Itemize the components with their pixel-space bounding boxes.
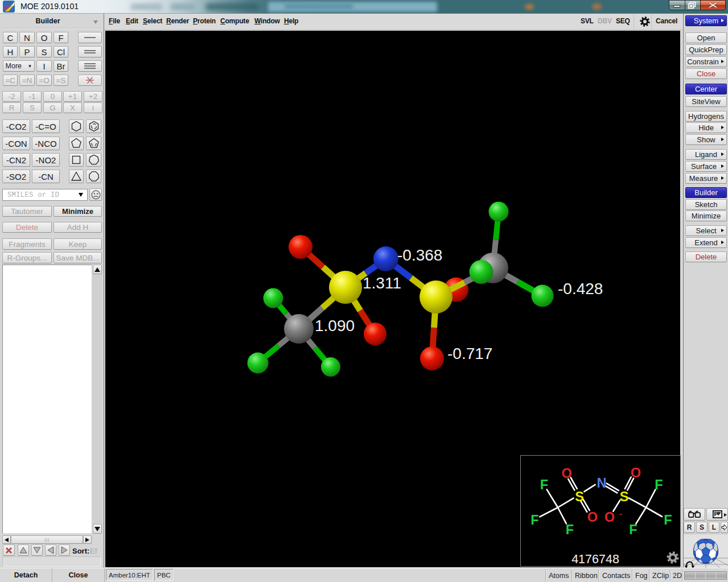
svg-text:F: F <box>664 513 672 527</box>
svg-text:O: O <box>631 465 641 480</box>
svg-text:O: O <box>562 466 572 481</box>
svg-text:S: S <box>620 489 629 504</box>
svg-text:-0.717: -0.717 <box>447 345 492 362</box>
svg-text:F: F <box>530 513 538 527</box>
svg-text:S: S <box>575 489 584 504</box>
svg-text:N: N <box>597 476 607 490</box>
svg-text:F: F <box>566 522 574 537</box>
svg-text:F: F <box>629 522 637 537</box>
svg-text:1.090: 1.090 <box>315 317 355 335</box>
svg-text:F: F <box>655 477 663 492</box>
svg-text:-0.428: -0.428 <box>558 280 603 298</box>
svg-text:F: F <box>540 477 548 492</box>
svg-text:-0.368: -0.368 <box>397 246 442 264</box>
svg-text:1.311: 1.311 <box>363 274 401 292</box>
svg-text:4176748: 4176748 <box>571 552 619 566</box>
svg-text:-: - <box>619 509 622 518</box>
svg-text:O: O <box>604 510 615 525</box>
svg-text:O: O <box>587 510 598 525</box>
